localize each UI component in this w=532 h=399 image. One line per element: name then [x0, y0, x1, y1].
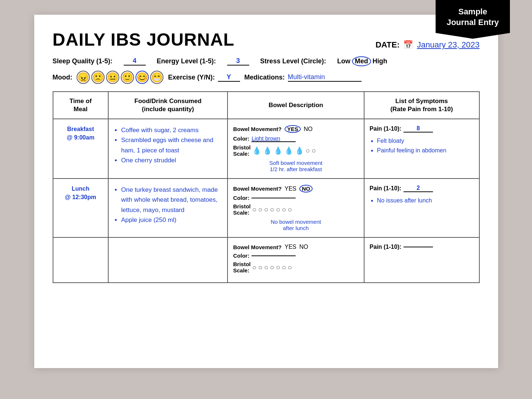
food-item: Apple juice (250 ml): [121, 215, 222, 225]
col-header-food: Food/Drink Consumed(include quantity): [108, 92, 228, 119]
bristol-drop: ○: [258, 263, 263, 272]
journal-card: DAILY IBS JOURNAL DATE: 📅 January 23, 20…: [34, 15, 498, 368]
bristol-drop: ○: [252, 263, 257, 272]
bowel-movement-label: Bowel Movement?: [233, 126, 282, 132]
journal-table: Time ofMeal Food/Drink Consumed(include …: [53, 91, 480, 283]
col-header-time: Time ofMeal: [53, 92, 109, 119]
mood-grin: 😁: [150, 71, 163, 84]
pain-label: Pain (1-10):: [370, 244, 401, 250]
bowel-movement-row: Bowel Movement? YES NO: [233, 185, 359, 193]
bristol-scale-row: BristolScale:○○○○○○○: [233, 203, 359, 216]
bristol-drop: 💧: [263, 146, 272, 155]
bowel-cell-2: Bowel Movement? YES NO Color:BristolScal…: [228, 237, 364, 283]
food-item: One cherry struddel: [121, 155, 222, 165]
symptoms-cell-2: Pain (1-10):: [364, 237, 479, 283]
symptom-item: Felt bloaty: [377, 136, 474, 146]
bowel-option-yes-1: YES: [285, 186, 296, 192]
bristol-drop: ○: [282, 263, 286, 272]
color-label: Color:: [233, 195, 249, 201]
bowel-note: Soft bowel movement1/2 hr. after breakfa…: [233, 160, 359, 172]
bristol-drop: ○: [264, 205, 268, 214]
food-item: Coffee with sugar, 2 creams: [121, 125, 222, 135]
bowel-note: No bowel movementafter lunch: [233, 219, 359, 231]
bristol-drop: ○: [306, 146, 310, 155]
bowel-movement-row: Bowel Movement? YES NO: [233, 244, 359, 250]
time-cell-0: Breakfast@ 9:00am: [53, 119, 109, 179]
color-value: [251, 198, 296, 198]
time-cell-1: Lunch@ 12:30pm: [53, 179, 109, 237]
pain-label: Pain (1-10):: [370, 185, 401, 192]
pain-value: 2: [404, 185, 433, 192]
stress-label: Stress Level (Circle):: [260, 57, 326, 65]
bristol-label: BristolScale:: [233, 261, 251, 273]
bristol-drop: ○: [270, 205, 274, 214]
food-cell-1: One turkey breast sandwich, made with wh…: [108, 179, 228, 237]
bristol-scale-row: BristolScale:💧💧💧💧💧○○: [233, 144, 359, 157]
food-item: One turkey breast sandwich, made with wh…: [121, 185, 222, 215]
energy-label: Energy Level (1-5):: [157, 57, 216, 65]
bristol-scale-row: BristolScale:○○○○○○○: [233, 261, 359, 273]
bristol-drop: 💧: [274, 146, 283, 155]
mood-row: Mood: 😠 🙁 😐 🙂 😊 😁 Exercise (Y/N): Y Medi…: [53, 71, 480, 84]
bristol-drop: ○: [276, 263, 280, 272]
symptoms-list: No issues after lunch: [370, 196, 474, 205]
sleep-label: Sleep Quality (1-5):: [53, 57, 113, 65]
bristol-label: BristolScale:: [233, 144, 251, 157]
bowel-option-no-0: NO: [304, 126, 313, 133]
color-value: Light brown: [251, 135, 296, 142]
col-header-bowel: Bowel Description: [228, 92, 364, 119]
bowel-cell-1: Bowel Movement? YES NO Color:BristolScal…: [228, 179, 364, 237]
bowel-movement-row: Bowel Movement? YES NO: [233, 125, 359, 133]
stress-med: Med: [352, 56, 371, 66]
symptoms-cell-0: Pain (1-10):8Felt bloatyPainful feeling …: [364, 119, 479, 179]
sample-banner: Sample Journal Entry: [436, 0, 510, 39]
bristol-drop: ○: [311, 146, 316, 155]
color-row: Color:: [233, 195, 359, 201]
date-label: DATE:: [376, 40, 400, 50]
bowel-movement-label: Bowel Movement?: [233, 186, 282, 192]
date-area: DATE: 📅 January 23, 2023: [376, 40, 480, 50]
bristol-drop: ○: [288, 205, 292, 214]
meds-value: Multi-vitamin: [288, 73, 362, 82]
bowel-option-yes-0: YES: [285, 125, 301, 133]
color-row: Color:Light brown: [233, 135, 359, 142]
color-value: [251, 255, 296, 256]
col-header-symptoms: List of Symptoms(Rate Pain from 1-10): [364, 92, 479, 119]
symptoms-cell-1: Pain (1-10):2No issues after lunch: [364, 179, 479, 237]
banner-line1: Sample: [458, 7, 487, 16]
symptoms-list: Felt bloatyPainful feeling in abdomen: [370, 136, 474, 155]
pain-row: Pain (1-10):: [370, 244, 474, 250]
pain-label: Pain (1-10):: [370, 126, 401, 132]
bristol-drop: ○: [276, 205, 280, 214]
bristol-drop: 💧: [284, 146, 293, 155]
mood-slight-smile: 🙂: [121, 71, 134, 84]
mood-neutral: 😐: [106, 71, 119, 84]
stress-high: High: [373, 57, 387, 65]
bristol-drop: ○: [282, 205, 286, 214]
bowel-cell-0: Bowel Movement? YES NO Color:Light brown…: [228, 119, 364, 179]
meds-area: Medications: Multi-vitamin: [244, 73, 480, 82]
journal-title: DAILY IBS JOURNAL: [53, 29, 235, 50]
mood-smile: 😊: [135, 71, 149, 84]
color-row: Color:: [233, 253, 359, 259]
mood-faces: 😠 🙁 😐 🙂 😊 😁: [77, 71, 163, 84]
time-cell-2: [53, 237, 109, 283]
bristol-drop: ○: [288, 263, 292, 272]
mood-sad: 🙁: [91, 71, 105, 84]
bristol-drop: 💧: [295, 146, 304, 155]
bristol-drop: ○: [252, 205, 257, 214]
symptom-item: Painful feeling in abdomen: [377, 146, 474, 155]
pain-value: [404, 247, 433, 247]
exercise-value: Y: [218, 73, 240, 82]
pain-row: Pain (1-10):2: [370, 185, 474, 192]
bowel-option-no-1: NO: [299, 185, 313, 193]
bowel-movement-label: Bowel Movement?: [233, 244, 282, 250]
bristol-drop: 💧: [252, 146, 261, 155]
banner-line2: Journal Entry: [447, 18, 499, 27]
mood-angry: 😠: [77, 71, 90, 84]
food-item: Scrambled eggs with cheese and ham, 1 pi…: [121, 135, 222, 155]
energy-value: 3: [227, 57, 249, 66]
date-value: January 23, 2023: [417, 40, 479, 50]
food-cell-2: [108, 237, 228, 283]
sleep-value: 4: [124, 57, 146, 66]
